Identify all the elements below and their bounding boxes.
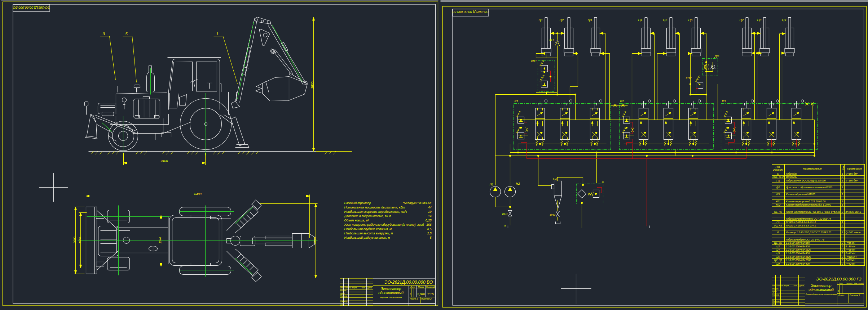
svg-text:Поз.: Поз.	[775, 166, 780, 168]
svg-text:Клапан перепускной 521.20.06.0: Клапан перепускной 521.20.06.00	[786, 200, 826, 203]
svg-text:2: 2	[841, 176, 843, 178]
svg-text:ГЦ: ГЦ	[776, 179, 780, 182]
svg-text:Гидробак: Гидробак	[786, 172, 797, 175]
svg-text:44: 44	[428, 206, 432, 209]
svg-text:Б: Б	[777, 172, 779, 175]
svg-text:1: 1	[842, 193, 843, 196]
svg-text:156: 156	[426, 223, 432, 226]
svg-text:Р2: Р2	[620, 99, 624, 103]
svg-text:Номинальная мощность двигателя: Номинальная мощность двигателя, кВт	[344, 206, 405, 209]
svg-text:ВН1: ВН1	[502, 212, 508, 216]
svg-text:1: 1	[842, 179, 843, 182]
svg-text:P=80 кН: P=80 кН	[846, 245, 856, 248]
svg-text:Кол.: Кол.	[842, 166, 844, 170]
svg-text:Н.контр.: Н.контр.	[772, 300, 780, 302]
svg-text:2,5: 2,5	[427, 232, 432, 235]
svg-text:ГР320-17-20-3.1-3.1-3.1-1: ГР320-17-20-3.1-3.1-3.1-1	[786, 221, 816, 223]
svg-text:Ц3: Ц3	[588, 18, 592, 22]
svg-text:19: 19	[428, 210, 432, 214]
svg-text:КП1: КП1	[776, 200, 780, 203]
svg-text:P=56 кН: P=56 кН	[846, 242, 856, 244]
svg-text:Т.контр.: Т.контр.	[340, 295, 348, 297]
svg-text:3,5: 3,5	[427, 227, 432, 231]
svg-text:Разраб.: Разраб.	[772, 288, 779, 290]
svg-text:Ц7, Ц8: Ц7, Ц8	[774, 259, 782, 262]
svg-text:2: 2	[841, 242, 843, 244]
svg-text:Утв.: Утв.	[772, 303, 776, 305]
svg-text:Утв.: Утв.	[340, 303, 344, 305]
svg-text:5: 5	[430, 236, 432, 239]
svg-text:2: 2	[841, 224, 843, 227]
svg-text:Клапан обратный 61200: Клапан обратный 61200	[786, 193, 815, 196]
svg-text:1.16.0У-100×63×400: 1.16.0У-100×63×400	[786, 262, 810, 265]
svg-text:2: 2	[841, 248, 843, 251]
svg-text:Ц7: Ц7	[740, 18, 744, 22]
svg-text:Ц2: Ц2	[560, 18, 564, 22]
svg-text:Р3: Р3	[722, 99, 726, 103]
svg-text:Ц8: Ц8	[757, 18, 762, 22]
svg-text:Пров.: Пров.	[772, 291, 777, 293]
svg-text:1: 1	[842, 203, 843, 206]
svg-text:Пров.: Пров.	[340, 292, 345, 295]
svg-text:Ц5: Ц5	[663, 18, 668, 22]
svg-text:ЭО-2621Д.00.00.000 ВО: ЭО-2621Д.00.00.000 ВО	[384, 280, 433, 285]
svg-text:Ф: Ф	[777, 231, 779, 234]
svg-text:P=42 кН: P=42 кН	[846, 262, 856, 265]
svg-text:Ф: Ф	[602, 181, 604, 184]
svg-text:3: 3	[103, 32, 105, 36]
svg-text:Угол поворота рабочего оборудо: Угол поворота рабочего оборудования (в п…	[344, 223, 424, 226]
svg-text:1.16.0У-100×63×1120: 1.16.0У-100×63×1120	[786, 256, 811, 258]
svg-text:ЭО-2621Д.00.00.000 ВО: ЭО-2621Д.00.00.000 ВО	[13, 6, 50, 9]
svg-text:0,25: 0,25	[426, 219, 432, 222]
svg-text:Экскаватор: Экскаватор	[811, 284, 832, 288]
svg-text:Дата: Дата	[367, 287, 372, 289]
svg-text:1.16.0У-100×63×400: 1.16.0У-100×63×400	[786, 252, 810, 255]
svg-text:Дроссель с обратным клапаном 6: Дроссель с обратным клапаном 62700	[786, 186, 832, 189]
svg-text:КО: КО	[550, 38, 554, 42]
svg-text:Б: Б	[505, 224, 506, 227]
svg-text:2: 2	[841, 256, 843, 258]
svg-text:Давление в гидросистеме, МПа: Давление в гидросистеме, МПа	[344, 214, 392, 218]
svg-text:1.16.0У-100×63×1000: 1.16.0У-100×63×1000	[786, 259, 811, 261]
svg-text:2: 2	[841, 259, 843, 261]
svg-text:1: 1	[842, 221, 843, 223]
svg-text:2: 2	[841, 262, 843, 265]
svg-text:1.16.0У-100×63×560: 1.16.0У-100×63×560	[786, 242, 810, 244]
svg-text:Ц6: Ц6	[776, 256, 780, 259]
svg-text:1:15: 1:15	[427, 292, 434, 296]
svg-text:1.16.0У-100×63×400: 1.16.0У-100×63×400	[786, 245, 810, 248]
svg-text:Подп.: Подп.	[793, 284, 798, 287]
svg-text:Лист: Лист	[838, 294, 845, 297]
svg-text:Листов 2: Листов 2	[421, 297, 432, 300]
svg-text:Ц6: Ц6	[688, 18, 693, 22]
svg-text:Базовый трактор: Базовый трактор	[344, 201, 371, 205]
svg-text:КО: КО	[776, 193, 780, 196]
svg-text:V=160 дм³: V=160 дм³	[846, 179, 858, 182]
svg-text:Ц3: Ц3	[776, 245, 780, 248]
svg-text:Лист 1: Лист 1	[410, 297, 418, 300]
svg-text:ВН1, ВН2: ВН1, ВН2	[772, 176, 784, 178]
svg-text:1: 1	[842, 172, 843, 175]
svg-text:V=160 дм³: V=160 дм³	[846, 172, 858, 175]
svg-text:2: 2	[841, 211, 843, 213]
svg-text:Наибольшая скорость передвижен: Наибольшая скорость передвижения, км/ч	[344, 210, 407, 214]
svg-text:Ц4: Ц4	[776, 248, 780, 251]
svg-text:Лит.: Лит.	[410, 286, 415, 288]
svg-text:P=42 кН: P=42 кН	[846, 252, 856, 255]
svg-text:Н.контр.: Н.контр.	[340, 300, 348, 302]
svg-text:Р1: Р1	[515, 99, 519, 103]
svg-text:ДО: ДО	[776, 186, 780, 189]
svg-text:ВН2: ВН2	[550, 213, 556, 216]
svg-text:Листов 1: Листов 1	[849, 294, 860, 297]
svg-text:1: 1	[838, 290, 840, 292]
svg-text:2400: 2400	[160, 159, 168, 163]
svg-text:Т.контр.: Т.контр.	[772, 294, 780, 296]
svg-text:ГЦ: ГЦ	[553, 177, 557, 180]
svg-text:Лит.: Лит.	[838, 282, 843, 284]
svg-text:Наибольшая высота выгрузки, м: Наибольшая высота выгрузки, м	[344, 232, 393, 235]
svg-text:Вентиль: Вентиль	[786, 176, 797, 178]
svg-text:Масса: Масса	[418, 286, 424, 288]
svg-text:P=93 кН: P=93 кН	[846, 259, 856, 261]
svg-text:1: 1	[842, 231, 843, 234]
svg-text:1: 1	[216, 32, 219, 36]
